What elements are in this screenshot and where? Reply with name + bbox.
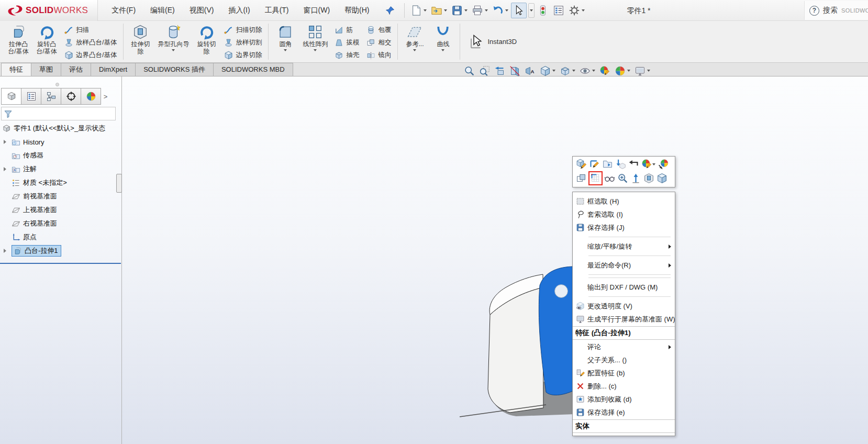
apply-scene-button[interactable] xyxy=(614,64,631,77)
isolate-button[interactable] xyxy=(575,172,587,184)
configurationmanager-tab[interactable] xyxy=(41,88,61,105)
swept-boss-base-button[interactable]: 扫描 xyxy=(61,24,120,36)
edit-feature-button[interactable] xyxy=(575,158,587,170)
mirror-button[interactable]: 镜向 xyxy=(363,49,394,61)
featuremanager-tree-tab[interactable] xyxy=(1,88,21,105)
tree-item-top-plane[interactable]: 上视基准面 xyxy=(0,203,121,217)
model-boss-extrude1[interactable] xyxy=(454,261,575,418)
menu-file[interactable]: 文件(F) xyxy=(104,0,143,20)
fillet-button[interactable]: 圆角 xyxy=(272,22,299,61)
select-button[interactable] xyxy=(511,3,527,18)
undo-button[interactable] xyxy=(491,3,510,18)
material-button[interactable] xyxy=(657,158,669,170)
instant3d-button[interactable]: Instant3D xyxy=(463,22,522,61)
lofted-cut-button[interactable]: 放样切割 xyxy=(221,36,265,49)
menu-view[interactable]: 视图(V) xyxy=(182,0,221,20)
menu-item-delete[interactable]: 删除... (c) xyxy=(573,380,675,393)
menu-item-add-to-favorites[interactable]: 添加到收藏 (d) xyxy=(573,393,675,406)
menu-item-comment[interactable]: 评论 xyxy=(573,340,675,353)
section-view-button[interactable] xyxy=(508,64,521,77)
menu-item-box-select[interactable]: 框选取 (H) xyxy=(573,195,675,208)
tree-item-boss-extrude1[interactable]: 凸台-拉伸1 xyxy=(0,244,121,258)
dimxpertmanager-tab[interactable] xyxy=(61,88,81,105)
hide-show-items-button[interactable] xyxy=(578,64,596,77)
previous-view-button[interactable] xyxy=(493,64,506,77)
tree-root-part[interactable]: 零件1 (默认<<默认>_显示状态 xyxy=(0,121,121,135)
boundary-cut-button[interactable]: 边界切除 xyxy=(221,49,265,61)
tree-item-material[interactable]: 材质 <未指定> xyxy=(0,176,121,190)
rebuild-button[interactable] xyxy=(536,3,550,18)
expand-arrow-icon[interactable] xyxy=(4,249,6,253)
tab-solidworks-addins[interactable]: SOLIDWORKS 插件 xyxy=(135,63,214,76)
chevron-down-icon[interactable] xyxy=(413,49,416,51)
swept-cut-button[interactable]: 扫描切除 xyxy=(221,24,265,36)
menu-item-configure-feature[interactable]: 配置特征 (b) xyxy=(573,367,675,380)
tab-solidworks-mbd[interactable]: SOLIDWORKS MBD xyxy=(213,63,293,76)
tab-evaluate[interactable]: 评估 xyxy=(61,63,91,76)
section-view-button[interactable] xyxy=(643,172,655,184)
wrap-button[interactable]: 包覆 xyxy=(363,24,394,36)
reference-geometry-button[interactable]: 参考... xyxy=(401,22,428,61)
tree-item-right-plane[interactable]: 右视基准面 xyxy=(0,217,121,230)
curves-button[interactable]: 曲线 xyxy=(429,22,457,61)
feature-properties-button[interactable] xyxy=(656,172,668,184)
boundary-boss-base-button[interactable]: 边界凸台/基体 xyxy=(61,49,120,61)
zoom-to-fit-button[interactable] xyxy=(463,64,476,77)
chevron-down-icon[interactable] xyxy=(505,9,508,12)
panel-splitter[interactable] xyxy=(116,174,122,193)
tab-features[interactable]: 特征 xyxy=(1,63,31,76)
annotation-view-button[interactable] xyxy=(524,64,537,77)
help-icon[interactable]: ? xyxy=(809,6,819,16)
menu-item-zoom-pan-rotate[interactable]: 缩放/平移/旋转 xyxy=(573,240,675,253)
chevron-down-icon[interactable] xyxy=(314,49,317,51)
chevron-down-icon[interactable] xyxy=(441,49,444,51)
extruded-boss-base-button[interactable]: 拉伸凸 台/基体 xyxy=(5,22,32,61)
tree-filter-input[interactable] xyxy=(1,107,116,120)
tree-item-annotations[interactable]: 注解 xyxy=(0,162,121,176)
tab-sketch[interactable]: 草图 xyxy=(31,63,61,76)
search-box[interactable]: ? 搜索 SOLIDWO xyxy=(804,1,868,20)
chevron-down-icon[interactable] xyxy=(627,70,630,72)
tree-item-origin[interactable]: 原点 xyxy=(0,230,121,244)
select-dropdown[interactable] xyxy=(528,3,535,18)
chevron-down-icon[interactable] xyxy=(647,70,650,72)
menu-item-plane-parallel-screen[interactable]: 生成平行于屏幕的基准面 (W) xyxy=(573,313,675,326)
linear-pattern-button[interactable]: 线性阵列 xyxy=(300,22,330,61)
tree-item-sensors[interactable]: 传感器 xyxy=(0,149,121,162)
view-settings-button[interactable] xyxy=(633,64,651,77)
draft-button[interactable]: 拔模 xyxy=(331,36,362,49)
revolved-boss-base-button[interactable]: 旋转凸 台/基体 xyxy=(33,22,60,61)
save-button[interactable] xyxy=(450,3,469,18)
appearances-button[interactable] xyxy=(641,158,656,170)
suppress-button[interactable] xyxy=(615,158,627,170)
rollback-button[interactable] xyxy=(628,158,640,170)
menu-item-save-selection[interactable]: 保存选择 (J) xyxy=(573,221,675,234)
chevron-down-icon[interactable] xyxy=(172,49,175,51)
chevron-down-icon[interactable] xyxy=(592,70,595,72)
menu-item-lasso-select[interactable]: 套索选取 (I) xyxy=(573,208,675,221)
menu-edit[interactable]: 编辑(E) xyxy=(143,0,182,20)
chevron-down-icon[interactable] xyxy=(572,70,575,72)
rib-button[interactable]: 筋 xyxy=(331,24,362,36)
edit-sketch-plane-button[interactable] xyxy=(602,158,614,170)
chevron-down-icon[interactable] xyxy=(485,9,488,12)
propertymanager-tab[interactable] xyxy=(21,88,41,105)
graphics-area[interactable]: Y dooooit@暴走 xyxy=(0,77,868,444)
menu-item-parent-child[interactable]: 父子关系... () xyxy=(573,353,675,367)
new-document-button[interactable] xyxy=(409,3,428,18)
menu-item-recent-commands[interactable]: 最近的命令(R) xyxy=(573,259,675,272)
edit-appearance-button[interactable] xyxy=(598,64,611,77)
tree-item-front-plane[interactable]: 前视基准面 xyxy=(0,190,121,203)
chevron-down-icon[interactable] xyxy=(552,70,555,72)
view-orientation-button[interactable] xyxy=(539,64,557,77)
chevron-down-icon[interactable] xyxy=(444,9,447,12)
options-button[interactable] xyxy=(567,3,586,18)
panel-flyout-arrow[interactable]: > xyxy=(101,88,110,105)
model-hole[interactable] xyxy=(555,285,568,298)
lofted-boss-base-button[interactable]: 放样凸台/基体 xyxy=(61,36,120,49)
rollback-bar[interactable] xyxy=(0,263,121,264)
menu-help[interactable]: 帮助(H) xyxy=(337,0,376,20)
pin-menu-icon[interactable] xyxy=(385,6,395,15)
display-style-button[interactable] xyxy=(559,64,576,77)
tree-item-history[interactable]: History xyxy=(0,135,121,149)
